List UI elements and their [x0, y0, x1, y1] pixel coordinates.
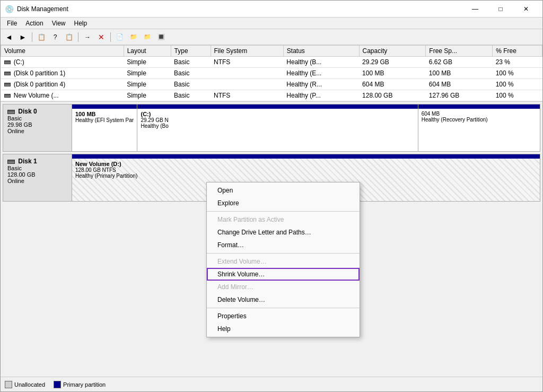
cm-format[interactable]: Format…: [207, 239, 360, 251]
toolbar-copy[interactable]: 📋: [35, 31, 48, 43]
col-pct[interactable]: % Free: [493, 46, 542, 57]
toolbar-back[interactable]: ◄: [3, 31, 15, 43]
disk0-part3-size: 604 MB: [422, 111, 537, 117]
disk0-part1[interactable]: 100 MB Healthy (EFI System Par: [72, 104, 137, 151]
menu-bar: File Action View Help: [1, 18, 542, 29]
col-status[interactable]: Status: [283, 46, 359, 57]
cell-pct: 100 %: [493, 79, 542, 90]
cm-sep1: [207, 211, 360, 212]
minimize-button[interactable]: —: [463, 1, 487, 17]
toolbar-delete[interactable]: ✕: [95, 31, 108, 43]
cell-status: Healthy (E...: [283, 68, 359, 79]
toolbar-refresh[interactable]: →: [81, 31, 94, 43]
main-window: 💿 Disk Management — □ ✕ File Action View…: [0, 0, 543, 392]
cell-fs: [211, 79, 283, 90]
toolbar-folder2[interactable]: 📁: [141, 31, 154, 43]
cell-type: Basic: [171, 79, 211, 90]
table-row[interactable]: (C:) Simple Basic NTFS Healthy (B... 29.…: [1, 57, 542, 68]
toolbar-doc1[interactable]: 📄: [113, 31, 126, 43]
disk1-part1-name: New Volume (D:): [75, 161, 537, 167]
cell-layout: Simple: [124, 79, 171, 90]
disk1-size: 128.00 GB: [7, 171, 67, 178]
disk0-partitions: 100 MB Healthy (EFI System Par (C:) 29.2…: [72, 104, 540, 151]
cell-type: Basic: [171, 68, 211, 79]
disk0-part3-status: Healthy (Recovery Partition): [422, 117, 537, 123]
menu-help[interactable]: Help: [70, 19, 92, 28]
legend-primary-box: [54, 381, 61, 388]
cm-open[interactable]: Open: [207, 184, 360, 197]
toolbar-sep2: [78, 32, 78, 42]
close-button[interactable]: ✕: [514, 1, 538, 17]
cell-status: Healthy (P...: [283, 90, 359, 101]
cell-free: 6.62 GB: [426, 57, 493, 68]
cell-capacity: 29.29 GB: [359, 57, 426, 68]
cell-layout: Simple: [124, 57, 171, 68]
cell-status: Healthy (R...: [283, 79, 359, 90]
legend-primary-label: Primary partition: [63, 381, 106, 388]
legend-primary: Primary partition: [54, 381, 106, 388]
disk0-row: Disk 0 Basic 29.98 GB Online 100 MB Heal…: [3, 104, 540, 152]
disk0-part1-status: Healthy (EFI System Par: [75, 117, 134, 123]
disk1-label: Disk 1 Basic 128.00 GB Online: [3, 154, 72, 201]
cell-volume: New Volume (...: [1, 90, 124, 101]
col-free[interactable]: Free Sp...: [426, 46, 493, 57]
cell-pct: 100 %: [493, 90, 542, 101]
table-row[interactable]: New Volume (... Simple Basic NTFS Health…: [1, 90, 542, 101]
col-fs[interactable]: File System: [211, 46, 283, 57]
cm-sep3: [207, 308, 360, 308]
disk0-size: 29.98 GB: [7, 121, 67, 128]
col-type[interactable]: Type: [171, 46, 211, 57]
cell-volume: (Disk 0 partition 4): [1, 79, 124, 90]
title-controls: — □ ✕: [463, 1, 538, 17]
col-layout[interactable]: Layout: [124, 46, 171, 57]
cell-capacity: 604 MB: [359, 79, 426, 90]
table-row[interactable]: (Disk 0 partition 1) Simple Basic Health…: [1, 68, 542, 79]
cell-volume: (C:): [1, 57, 124, 68]
disk1-status: Online: [7, 178, 67, 184]
toolbar-grid[interactable]: 🔳: [155, 31, 168, 43]
title-bar: 💿 Disk Management — □ ✕: [1, 1, 542, 18]
toolbar-help[interactable]: ?: [49, 31, 62, 43]
toolbar-sep3: [110, 32, 111, 42]
menu-view[interactable]: View: [48, 19, 70, 28]
table-row[interactable]: (Disk 0 partition 4) Simple Basic Health…: [1, 79, 542, 90]
cell-type: Basic: [171, 90, 211, 101]
disk0-part2-status: Healthy (Bo: [141, 123, 414, 129]
disk0-part2-size: 29.29 GB N: [141, 117, 414, 123]
disk0-part2[interactable]: (C:) 29.29 GB N Healthy (Bo: [137, 104, 418, 151]
cm-explore[interactable]: Explore: [207, 197, 360, 210]
cm-help[interactable]: Help: [207, 323, 360, 335]
cm-add-mirror: Add Mirror…: [207, 281, 360, 293]
cm-change-letter[interactable]: Change Drive Letter and Paths…: [207, 226, 360, 239]
cell-free: 100 MB: [426, 68, 493, 79]
volume-table: Volume Layout Type File System Status Ca…: [1, 45, 542, 101]
cell-free: 604 MB: [426, 79, 493, 90]
cell-layout: Simple: [124, 68, 171, 79]
cm-sep2: [207, 253, 360, 254]
toolbar-sep1: [32, 32, 32, 42]
cell-pct: 23 %: [493, 57, 542, 68]
toolbar-paste[interactable]: 📋: [63, 31, 75, 43]
cell-fs: [211, 68, 283, 79]
disk0-status: Online: [7, 128, 67, 134]
toolbar-folder1[interactable]: 📁: [127, 31, 140, 43]
menu-file[interactable]: File: [3, 19, 21, 28]
disk1-part1-fs: 128.00 GB NTFS: [75, 167, 537, 173]
cell-volume: (Disk 0 partition 1): [1, 68, 124, 79]
cm-properties[interactable]: Properties: [207, 310, 360, 323]
cell-capacity: 128.00 GB: [359, 90, 426, 101]
content-area: Volume Layout Type File System Status Ca…: [1, 45, 542, 391]
legend-unallocated: Unallocated: [5, 381, 45, 388]
cm-delete[interactable]: Delete Volume…: [207, 293, 360, 306]
cm-shrink[interactable]: Shrink Volume…: [207, 268, 360, 281]
disk0-type: Basic: [7, 115, 67, 121]
disk0-name: Disk 0: [7, 108, 67, 115]
col-capacity[interactable]: Capacity: [359, 46, 426, 57]
disk0-part2-name: (C:): [141, 111, 414, 117]
cm-mark-active: Mark Partition as Active: [207, 213, 360, 226]
col-volume[interactable]: Volume: [1, 46, 124, 57]
maximize-button[interactable]: □: [488, 1, 513, 17]
menu-action[interactable]: Action: [21, 19, 47, 28]
disk0-part3[interactable]: 604 MB Healthy (Recovery Partition): [418, 104, 540, 151]
toolbar-forward[interactable]: ►: [16, 31, 29, 43]
